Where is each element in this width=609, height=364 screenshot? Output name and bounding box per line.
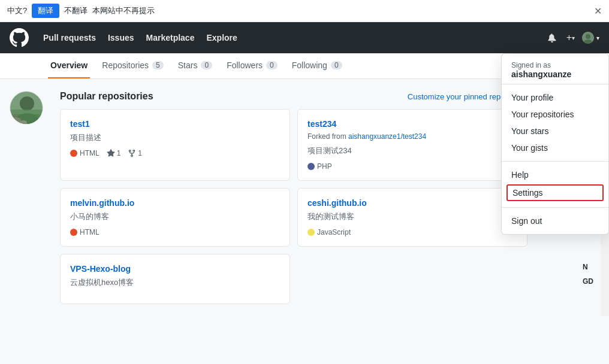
repo-desc-melvin: 小马的博客: [70, 211, 280, 222]
repo-meta-test1: HTML 1 1: [70, 149, 280, 157]
repo-title-melvin[interactable]: melvin.github.io: [70, 198, 280, 208]
repo-title-test234[interactable]: test234: [307, 119, 517, 129]
github-logo-icon[interactable]: [10, 28, 29, 47]
repo-card-vps-hexo: VPS-Hexo-blog 云虚拟机hexo博客: [60, 254, 290, 304]
repo-stars-test1: 1: [107, 149, 121, 157]
user-avatar: [582, 32, 594, 44]
repo-lang-test1: HTML: [70, 149, 100, 157]
lang-label-test234: PHP: [317, 162, 332, 171]
repo-title-ceshi[interactable]: ceshi.github.io: [307, 198, 517, 208]
repo-card-melvin: melvin.github.io 小马的博客 HTML: [60, 188, 290, 247]
repo-desc-test1: 项目描述: [70, 132, 280, 143]
nav-explore[interactable]: Explore: [201, 28, 242, 47]
no-translate-button[interactable]: 不翻译: [64, 5, 88, 16]
header-right: + ▾ ▾: [545, 30, 599, 46]
your-gists-link[interactable]: Your gists: [502, 139, 608, 156]
translate-close-button[interactable]: ✕: [594, 5, 602, 17]
repo-desc-test234: 项目测试234: [307, 145, 517, 156]
stars-count-badge: 0: [201, 61, 212, 69]
dropdown-help-section: Help Settings: [502, 162, 608, 208]
tab-followers[interactable]: Followers 0: [224, 53, 280, 78]
repo-meta-test234: PHP: [307, 162, 517, 171]
following-count-badge: 0: [331, 61, 342, 69]
lang-label-melvin: HTML: [80, 228, 100, 236]
popular-repos-header: Popular repositories Customize your pinn…: [60, 91, 527, 102]
user-menu-button[interactable]: ▾: [582, 32, 599, 44]
repo-desc-ceshi: 我的测试博客: [307, 211, 517, 222]
translate-question: 中文?: [7, 5, 27, 16]
plus-button[interactable]: + ▾: [564, 30, 577, 46]
fork-icon-test1: [128, 149, 136, 157]
repo-card-ceshi: ceshi.github.io 我的测试博客 JavaScript: [297, 188, 527, 247]
signed-in-text: Signed in as: [511, 61, 599, 69]
repo-desc-vps-hexo: 云虚拟机hexo博客: [70, 277, 280, 288]
main-nav: Pull requests Issues Marketplace Explore: [38, 28, 242, 47]
svg-point-10: [12, 114, 18, 117]
settings-link[interactable]: Settings: [507, 184, 604, 201]
repo-card-test234: test234 Forked from aishangxuanze1/test2…: [297, 109, 527, 181]
translate-button[interactable]: 翻译: [32, 4, 59, 18]
svg-point-1: [586, 34, 590, 39]
sign-out-link[interactable]: Sign out: [502, 213, 608, 229]
profile-avatar: [10, 91, 43, 125]
your-profile-link[interactable]: Your profile: [502, 89, 608, 106]
star-icon-test1: [107, 149, 115, 157]
repo-title-test1[interactable]: test1: [70, 119, 280, 129]
dropdown-header: Signed in as aishangxuanze: [502, 54, 608, 84]
bell-icon: [547, 33, 557, 43]
tab-overview[interactable]: Overview: [48, 53, 90, 78]
help-link[interactable]: Help: [502, 166, 608, 183]
user-dropdown-menu: Signed in as aishangxuanze Your profile …: [501, 53, 609, 235]
tab-repositories[interactable]: Repositories 5: [100, 53, 166, 78]
nav-pull-requests[interactable]: Pull requests: [38, 28, 101, 47]
lang-dot-test234: [307, 163, 315, 170]
popular-repos-title: Popular repositories: [60, 91, 153, 102]
tab-following[interactable]: Following 0: [290, 53, 345, 78]
followers-count-badge: 0: [266, 61, 278, 69]
left-sidebar: [10, 91, 48, 304]
translate-bar: 中文? 翻译 不翻译 本网站中不再提示 ✕: [0, 0, 609, 22]
no-show-button[interactable]: 本网站中不再提示: [92, 5, 155, 16]
plus-icon: +: [566, 32, 572, 43]
lang-dot-ceshi: [307, 229, 315, 236]
notification-button[interactable]: [545, 31, 559, 45]
github-header: Pull requests Issues Marketplace Explore…: [0, 22, 609, 53]
lang-label-ceshi: JavaScript: [317, 228, 351, 236]
repositories-count-badge: 5: [152, 61, 164, 69]
nav-marketplace[interactable]: Marketplace: [141, 28, 200, 47]
repo-lang-test234: PHP: [307, 162, 332, 171]
nav-issues[interactable]: Issues: [103, 28, 139, 47]
repo-fork-test234: Forked from aishangxuanze1/test234: [307, 132, 517, 141]
your-stars-link[interactable]: Your stars: [502, 123, 608, 139]
repo-card-test1: test1 项目描述 HTML 1: [60, 109, 290, 181]
lang-label-test1: HTML: [80, 149, 100, 157]
right-edge-text-5: GD: [583, 274, 601, 289]
svg-point-8: [11, 117, 21, 123]
repos-grid: test1 项目描述 HTML 1: [60, 109, 527, 304]
content-area: Popular repositories Customize your pinn…: [60, 91, 527, 304]
repo-meta-melvin: HTML: [70, 228, 280, 236]
dropdown-username: aishangxuanze: [511, 69, 599, 79]
repo-forks-test1: 1: [128, 149, 142, 157]
svg-point-4: [20, 96, 34, 111]
repo-lang-melvin: HTML: [70, 228, 100, 236]
tab-stars[interactable]: Stars 0: [176, 53, 215, 78]
repo-title-vps-hexo[interactable]: VPS-Hexo-blog: [70, 264, 280, 274]
star-count-test1: 1: [117, 149, 121, 157]
dropdown-profile-section: Your profile Your repositories Your star…: [502, 84, 608, 162]
lang-dot-test1: [70, 150, 77, 157]
dropdown-signout-section: Sign out: [502, 208, 608, 234]
caret-icon: ▾: [572, 35, 575, 41]
lang-dot-melvin: [70, 229, 77, 236]
avatar-caret-icon: ▾: [596, 35, 599, 41]
repo-meta-ceshi: JavaScript: [307, 228, 517, 236]
repo-lang-ceshi: JavaScript: [307, 228, 351, 236]
right-edge-text-4: N: [583, 260, 601, 274]
your-repositories-link[interactable]: Your repositories: [502, 106, 608, 123]
fork-count-test1: 1: [138, 149, 142, 157]
profile-avatar-image: [10, 92, 43, 125]
